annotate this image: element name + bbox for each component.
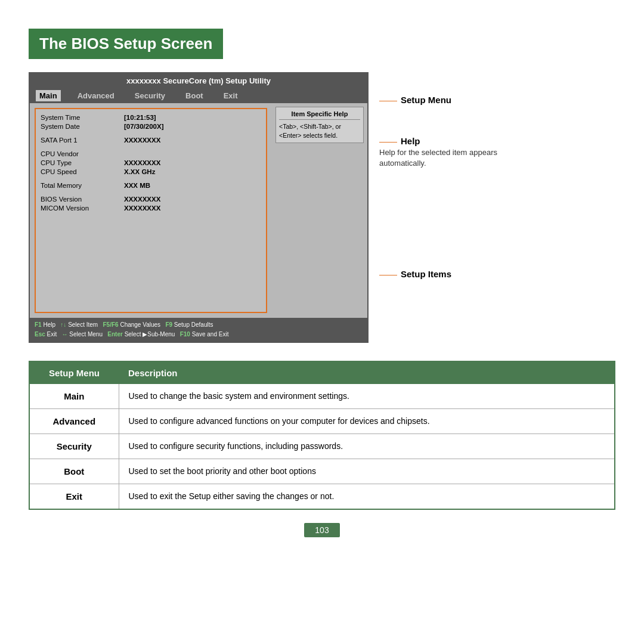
annotation-setup-menu: Setup Menu xyxy=(379,95,499,105)
desc-cell: Used to change the basic system and envi… xyxy=(119,384,615,409)
bios-body: System Time[10:21:53] System Date[07/30/… xyxy=(30,103,367,318)
desc-cell: Used to exit the Setup either saving the… xyxy=(119,484,615,510)
desc-cell: Used to configure security functions, in… xyxy=(119,434,615,459)
col-description: Description xyxy=(119,361,615,384)
table-row: SecurityUsed to configure security funct… xyxy=(29,434,615,459)
table-row: MainUsed to change the basic system and … xyxy=(29,384,615,409)
bios-menu-boot[interactable]: Boot xyxy=(182,90,207,101)
col-setup-menu: Setup Menu xyxy=(29,361,119,384)
bios-menu-security[interactable]: Security xyxy=(131,90,169,101)
bios-help-title: Item Specific Help xyxy=(279,110,360,120)
bios-footer: F1 Help ↑↓ Select Item F5/F6 Change Valu… xyxy=(30,318,367,342)
page-badge: 103 xyxy=(304,523,339,537)
bios-help-box: Item Specific Help <Tab>, <Shift-Tab>, o… xyxy=(275,107,364,143)
bios-diagram: xxxxxxxx SecureCore (tm) Setup Utility M… xyxy=(29,72,615,343)
annotation-help: Help Help for the selected item appears … xyxy=(379,136,499,169)
menu-cell: Boot xyxy=(29,459,119,484)
bios-menu-exit[interactable]: Exit xyxy=(220,90,242,101)
description-table: Setup Menu Description MainUsed to chang… xyxy=(29,361,615,510)
bios-screen: xxxxxxxx SecureCore (tm) Setup Utility M… xyxy=(29,72,369,343)
table-row: BootUsed to set the boot priority and ot… xyxy=(29,459,615,484)
page-number-container: 103 xyxy=(29,523,615,537)
bios-side-panel: Item Specific Help <Tab>, <Shift-Tab>, o… xyxy=(272,103,367,318)
page-title: The BIOS Setup Screen xyxy=(39,35,212,53)
menu-cell: Security xyxy=(29,434,119,459)
title-bar: The BIOS Setup Screen xyxy=(29,29,223,59)
menu-cell: Advanced xyxy=(29,409,119,434)
desc-cell: Used to configure advanced functions on … xyxy=(119,409,615,434)
bios-menu-main[interactable]: Main xyxy=(36,90,61,101)
bios-menu-bar: Main Advanced Security Boot Exit xyxy=(30,88,367,103)
bios-title: xxxxxxxx SecureCore (tm) Setup Utility xyxy=(30,73,367,88)
bios-help-text: <Tab>, <Shift-Tab>, or <Enter> selects f… xyxy=(279,122,360,140)
table-row: ExitUsed to exit the Setup either saving… xyxy=(29,484,615,510)
menu-cell: Exit xyxy=(29,484,119,510)
desc-cell: Used to set the boot priority and other … xyxy=(119,459,615,484)
annotation-setup-items: Setup Items xyxy=(379,269,499,279)
menu-cell: Main xyxy=(29,384,119,409)
annotations: Setup Menu Help Help for the selected it… xyxy=(379,72,499,279)
bios-menu-advanced[interactable]: Advanced xyxy=(74,90,118,101)
table-row: AdvancedUsed to configure advanced funct… xyxy=(29,409,615,434)
bios-main-panel: System Time[10:21:53] System Date[07/30/… xyxy=(35,108,267,313)
